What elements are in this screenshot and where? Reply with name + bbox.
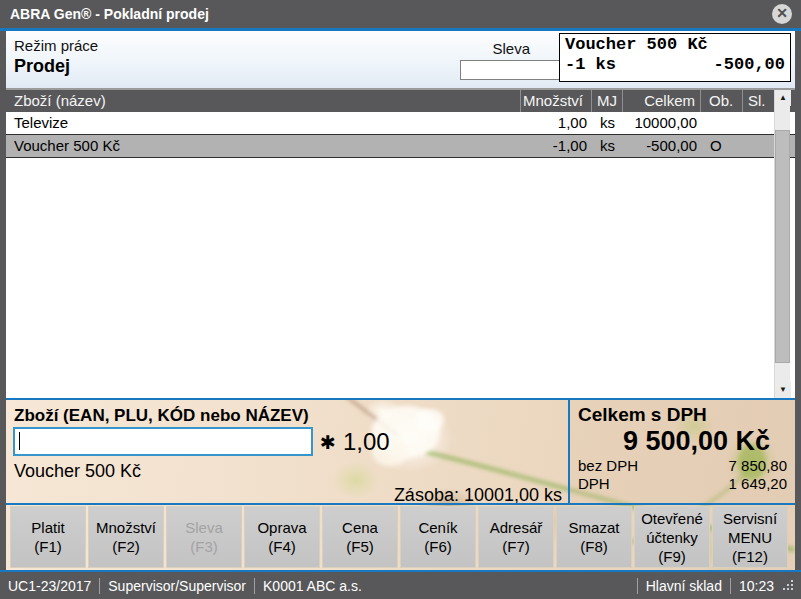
warehouse-name: Hlavní sklad [638,578,730,594]
close-icon[interactable]: ✕ [772,4,792,24]
correction-button[interactable]: Oprava(F4) [244,506,320,568]
quantity-button[interactable]: Množství(F2) [88,506,164,568]
totals-panel: Celkem s DPH 9 500,00 Kč bez DPH 7 850,8… [568,400,795,503]
function-button-bar: Platit(F1) Množství(F2) Sleva(F3) Oprava… [10,506,788,568]
display-item-name: Voucher 500 Kč [560,34,790,54]
app-window: ABRA Gen® - Pokladní prodej ✕ Režim prác… [0,0,801,599]
table-header: Zboží (název) Množství MJ Celkem Ob. Sl. [6,90,795,112]
work-mode-value: Prodej [14,56,70,77]
window-title: ABRA Gen® - Pokladní prodej [10,0,209,28]
vat-row: DPH 1 649,20 [578,475,787,492]
customer-display: Voucher 500 Kč -1 ks -500,00 [559,33,791,82]
entry-panel: Zboží (EAN, PLU, KÓD nebo NÁZEV) ✱ 1,00 … [6,400,795,570]
open-receipts-button[interactable]: Otevřené účtenky(F9) [634,506,710,568]
address-book-button[interactable]: Adresář(F7) [478,506,554,568]
text-caret [19,432,20,450]
col-ob[interactable]: Ob. [700,90,742,112]
discount-input[interactable] [460,60,561,80]
col-unit[interactable]: MJ [591,90,622,112]
scroll-down-icon[interactable]: ▼ [775,382,791,398]
mode-panel: Režim práce Prodej Sleva Voucher 500 Kč … [6,31,795,90]
price-list-button[interactable]: Ceník(F6) [400,506,476,568]
vertical-scrollbar[interactable]: ▲ ▼ [774,90,790,398]
asterisk-icon: ✱ [320,431,336,453]
receipt-number: UC1-23/2017 [0,578,99,594]
resize-grip-icon[interactable] [782,579,796,593]
status-bar: UC1-23/2017 Supervisor/Supervisor K0001 … [0,572,801,599]
pay-button[interactable]: Platit(F1) [10,506,86,568]
quantity-multiplier: ✱ 1,00 [320,428,390,455]
entry-label: Zboží (EAN, PLU, KÓD nebo NÁZEV) [14,406,309,426]
col-total[interactable]: Celkem [622,90,700,112]
title-bar: ABRA Gen® - Pokladní prodej ✕ [0,0,801,28]
multiplier-value: 1,00 [343,428,390,456]
col-sl[interactable]: Sl. [742,90,774,112]
totals-title: Celkem s DPH [578,404,707,426]
clock: 10:23 [731,578,782,594]
display-quantity: -1 ks [565,55,616,74]
user-name: Supervisor/Supervisor [100,578,254,594]
current-item-name: Voucher 500 Kč [14,461,141,482]
content-area: Režim práce Prodej Sleva Voucher 500 Kč … [6,31,795,570]
scrollbar-thumb[interactable] [775,130,790,363]
total-without-vat-row: bez DPH 7 850,80 [578,457,787,474]
table-row[interactable]: Voucher 500 Kč -1,00 ks -500,00 O [6,135,795,158]
service-menu-button[interactable]: Servisní MENU(F12) [712,506,788,568]
display-amount: -500,00 [714,55,785,74]
col-name[interactable]: Zboží (název) [6,90,520,112]
item-code-input[interactable] [13,427,313,456]
price-button[interactable]: Cena(F5) [322,506,398,568]
discount-label: Sleva [460,40,530,57]
separator-line [6,503,795,505]
col-qty[interactable]: Množství [520,90,591,112]
discount-button[interactable]: Sleva(F3) [166,506,242,568]
delete-button[interactable]: Smazat(F8) [556,506,632,568]
grand-total: 9 500,00 Kč [623,426,770,457]
work-mode-label: Režim práce [14,37,98,54]
company-name: K0001 ABC a.s. [255,578,370,594]
table-row[interactable]: Televize 1,00 ks 10000,00 [6,112,795,135]
items-table: Zboží (název) Množství MJ Celkem Ob. Sl.… [6,90,795,398]
scroll-up-icon[interactable]: ▲ [775,90,791,106]
